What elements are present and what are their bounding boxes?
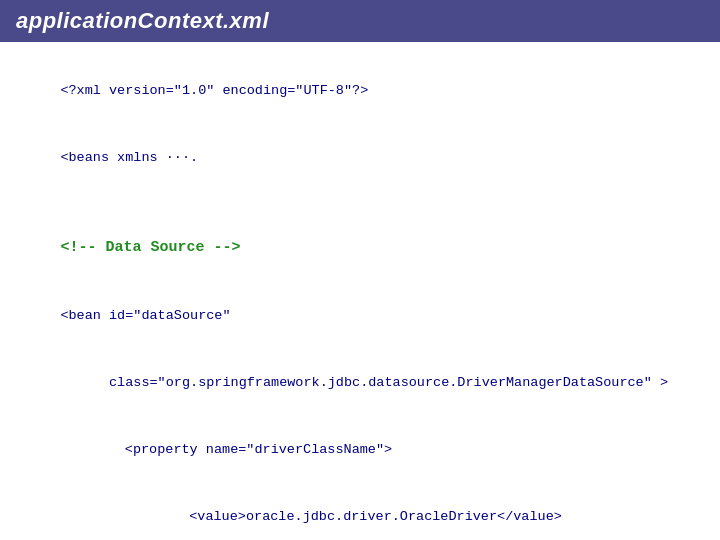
bean-tag-text: <bean id="dataSource" [60, 308, 230, 323]
prop1-open-text: <property name="driverClassName"> [92, 442, 392, 457]
bean-open-line1: <bean id="dataSource" [28, 283, 692, 350]
bean-open-line2: class="org.springframework.jdbc.datasour… [28, 350, 692, 417]
code-content: <?xml version="1.0" encoding="UTF-8"?> <… [0, 42, 720, 540]
xml-declaration: <?xml version="1.0" encoding="UTF-8"?> [28, 58, 692, 125]
beans-text: <beans xmlns ···. [60, 150, 198, 165]
title-bar: applicationContext.xml [0, 0, 720, 42]
window-title: applicationContext.xml [16, 8, 269, 33]
beans-tag: <beans xmlns ···. [28, 125, 692, 192]
xml-decl-text: <?xml version="1.0" encoding="UTF-8"?> [60, 83, 368, 98]
blank-line1 [28, 192, 692, 214]
val1-text: <value>oracle.jdbc.driver.OracleDriver</… [124, 509, 561, 524]
comment-data-source: <!-- Data Source --> [28, 214, 692, 283]
comment-text: <!-- Data Source --> [60, 239, 240, 256]
value1: <value>oracle.jdbc.driver.OracleDriver</… [28, 484, 692, 540]
bean-class-text: class="org.springframework.jdbc.datasour… [60, 375, 668, 390]
property1-open: <property name="driverClassName"> [28, 417, 692, 484]
